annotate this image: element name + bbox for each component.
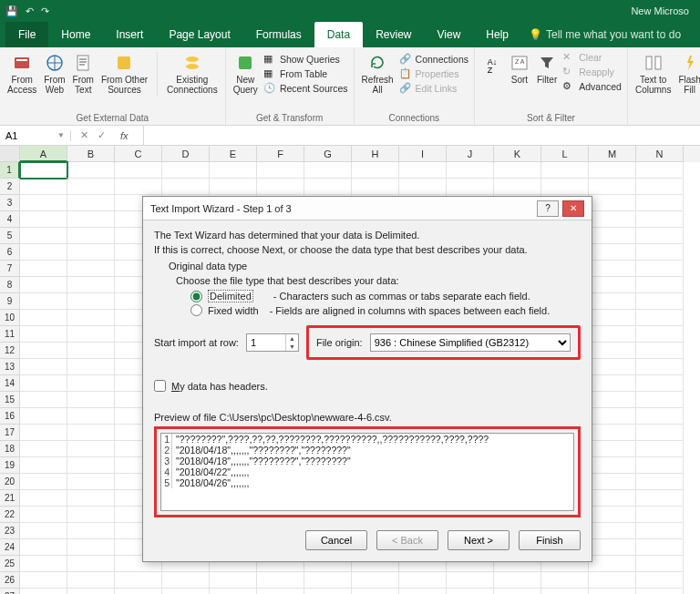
cell[interactable] — [636, 457, 684, 474]
cell[interactable] — [115, 179, 162, 195]
cell[interactable] — [589, 310, 636, 326]
cell[interactable] — [20, 572, 67, 589]
row-header[interactable]: 12 — [0, 343, 20, 359]
row-header[interactable]: 18 — [0, 441, 20, 457]
column-header[interactable]: N — [636, 146, 684, 162]
cell[interactable] — [67, 375, 115, 392]
cell[interactable] — [67, 474, 115, 490]
cell[interactable] — [541, 179, 589, 195]
row-header[interactable]: 10 — [0, 310, 20, 326]
cell[interactable] — [352, 572, 399, 589]
cell[interactable] — [304, 589, 352, 594]
cell[interactable] — [20, 392, 67, 408]
reapply-button[interactable]: ↻Reapply — [562, 66, 622, 78]
cell[interactable] — [589, 375, 636, 392]
cell[interactable] — [636, 572, 684, 589]
tab-view[interactable]: View — [425, 22, 474, 47]
cell[interactable] — [67, 228, 115, 244]
cell[interactable] — [589, 572, 636, 589]
cell[interactable] — [589, 261, 636, 277]
cell[interactable] — [589, 490, 636, 507]
cell[interactable] — [589, 523, 636, 539]
cell[interactable] — [636, 474, 684, 490]
cell[interactable] — [210, 589, 257, 594]
cell[interactable] — [67, 162, 115, 179]
row-header[interactable]: 5 — [0, 228, 20, 244]
cell[interactable] — [636, 523, 684, 539]
cell[interactable] — [67, 244, 115, 261]
cell[interactable] — [67, 293, 115, 310]
cell[interactable] — [115, 572, 162, 589]
recent-sources-button[interactable]: 🕓Recent Sources — [263, 82, 348, 95]
row-header[interactable]: 8 — [0, 277, 20, 293]
cell[interactable] — [20, 343, 67, 359]
cell[interactable] — [67, 425, 115, 441]
advanced-button[interactable]: ⚙Advanced — [562, 80, 622, 93]
cell[interactable] — [636, 228, 684, 244]
cell[interactable] — [399, 572, 447, 589]
cell[interactable] — [20, 457, 67, 474]
cell[interactable] — [636, 408, 684, 425]
cell[interactable] — [67, 195, 115, 211]
row-header[interactable]: 4 — [0, 211, 20, 228]
cell[interactable] — [67, 507, 115, 523]
tell-me-search[interactable]: 💡 Tell me what you want to do — [529, 22, 681, 47]
row-header[interactable]: 14 — [0, 375, 20, 392]
cell[interactable] — [447, 162, 494, 179]
cell[interactable] — [67, 572, 115, 589]
select-all-corner[interactable] — [0, 146, 20, 162]
row-header[interactable]: 25 — [0, 556, 20, 572]
cell[interactable] — [20, 244, 67, 261]
flash-fill-button[interactable]: Flash Fill — [676, 51, 700, 97]
cell[interactable] — [636, 293, 684, 310]
cell[interactable] — [589, 228, 636, 244]
cell[interactable] — [636, 277, 684, 293]
cell[interactable] — [257, 572, 304, 589]
cell[interactable] — [636, 310, 684, 326]
cell[interactable] — [589, 556, 636, 572]
cell[interactable] — [67, 179, 115, 195]
column-header[interactable]: K — [494, 146, 541, 162]
cell[interactable] — [352, 589, 399, 594]
cell[interactable] — [20, 179, 67, 195]
column-header[interactable]: J — [447, 146, 494, 162]
cell[interactable] — [494, 589, 541, 594]
cell[interactable] — [636, 179, 684, 195]
cell[interactable] — [162, 572, 210, 589]
cell[interactable] — [67, 359, 115, 375]
cell[interactable] — [399, 162, 447, 179]
row-header[interactable]: 24 — [0, 539, 20, 556]
column-header[interactable]: H — [352, 146, 399, 162]
cancel-button[interactable]: Cancel — [305, 530, 367, 550]
cell[interactable] — [636, 425, 684, 441]
row-header[interactable]: 3 — [0, 195, 20, 211]
close-button[interactable]: ✕ — [562, 200, 584, 217]
cell[interactable] — [636, 589, 684, 594]
cell[interactable] — [20, 523, 67, 539]
cell[interactable] — [115, 162, 162, 179]
cell[interactable] — [589, 293, 636, 310]
column-header[interactable]: F — [257, 146, 304, 162]
from-web-button[interactable]: From Web — [42, 51, 67, 97]
from-table-button[interactable]: ▦From Table — [263, 67, 348, 80]
row-header[interactable]: 16 — [0, 408, 20, 425]
cell[interactable] — [636, 162, 684, 179]
cell[interactable] — [67, 343, 115, 359]
enter-icon[interactable]: ✓ — [98, 129, 106, 141]
row-header[interactable]: 19 — [0, 457, 20, 474]
spin-down-icon[interactable]: ▼ — [286, 343, 298, 351]
row-header[interactable]: 6 — [0, 244, 20, 261]
cell[interactable] — [20, 162, 67, 179]
cell[interactable] — [589, 539, 636, 556]
row-header[interactable]: 21 — [0, 490, 20, 507]
text-to-columns-button[interactable]: Text to Columns — [633, 51, 673, 97]
cell[interactable] — [210, 162, 257, 179]
from-text-button[interactable]: From Text — [71, 51, 96, 97]
cell[interactable] — [589, 326, 636, 343]
cell[interactable] — [115, 589, 162, 594]
show-queries-button[interactable]: ▦Show Queries — [263, 53, 348, 66]
cell[interactable] — [67, 408, 115, 425]
cell[interactable] — [541, 572, 589, 589]
row-header[interactable]: 2 — [0, 179, 20, 195]
cell[interactable] — [636, 261, 684, 277]
